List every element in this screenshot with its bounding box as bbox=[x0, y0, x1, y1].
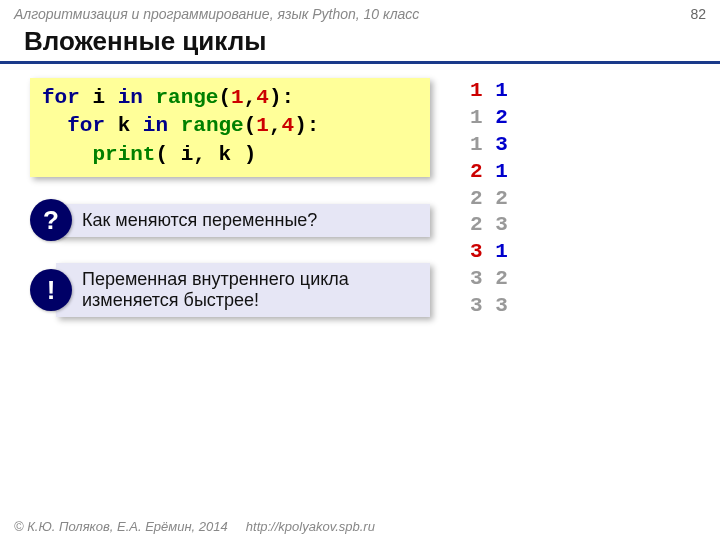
code-line-2: for k in range(1,4): bbox=[42, 112, 418, 140]
question-callout: ? Как меняются переменные? bbox=[30, 199, 430, 241]
page-number: 82 bbox=[690, 6, 706, 22]
slide-header: Алгоритмизация и программирование, язык … bbox=[0, 0, 720, 24]
output-row: 2 3 bbox=[470, 212, 508, 239]
output-row: 3 1 bbox=[470, 239, 508, 266]
output-row: 1 2 bbox=[470, 105, 508, 132]
output-block: 1 11 21 32 12 22 33 13 23 3 bbox=[470, 78, 508, 320]
slide-title: Вложенные циклы bbox=[0, 24, 720, 64]
output-row: 2 2 bbox=[470, 186, 508, 213]
copyright: © К.Ю. Поляков, Е.А. Ерёмин, 2014 bbox=[14, 519, 228, 534]
slide-content: for i in range(1,4): for k in range(1,4)… bbox=[0, 64, 720, 317]
code-line-1: for i in range(1,4): bbox=[42, 84, 418, 112]
course-name: Алгоритмизация и программирование, язык … bbox=[14, 6, 419, 22]
question-icon: ? bbox=[30, 199, 72, 241]
exclamation-icon: ! bbox=[30, 269, 72, 311]
output-row: 1 1 bbox=[470, 78, 508, 105]
output-row: 2 1 bbox=[470, 159, 508, 186]
output-row: 3 3 bbox=[470, 293, 508, 320]
output-row: 3 2 bbox=[470, 266, 508, 293]
code-line-3: print( i, k ) bbox=[42, 141, 418, 169]
note-text: Переменная внутреннего цикла изменяется … bbox=[56, 263, 430, 317]
code-block: for i in range(1,4): for k in range(1,4)… bbox=[30, 78, 430, 177]
slide-footer: © К.Ю. Поляков, Е.А. Ерёмин, 2014 http:/… bbox=[14, 519, 375, 534]
footer-url: http://kpolyakov.spb.ru bbox=[246, 519, 375, 534]
note-callout: ! Переменная внутреннего цикла изменяетс… bbox=[30, 263, 430, 317]
output-row: 1 3 bbox=[470, 132, 508, 159]
question-text: Как меняются переменные? bbox=[56, 204, 430, 237]
